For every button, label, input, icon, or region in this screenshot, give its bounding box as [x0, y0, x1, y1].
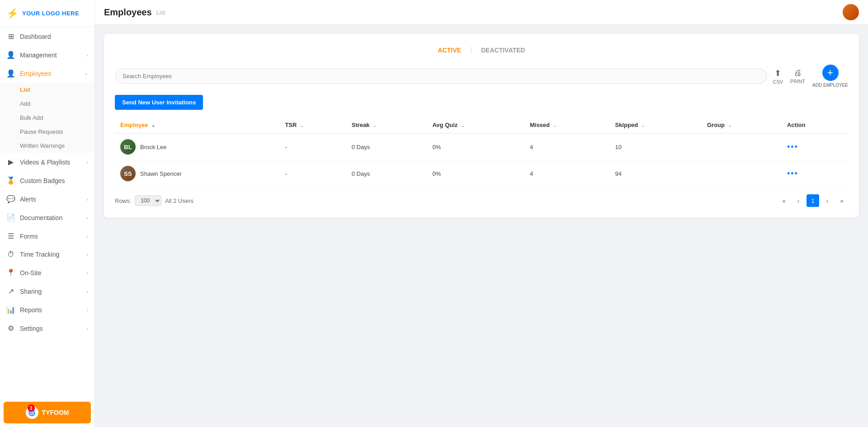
- employees-table: Employee ▲ TSR ⌄ Streak ⌄ Avg Quiz: [115, 117, 848, 187]
- cell-employee: BL Brock Lee: [115, 133, 279, 160]
- cell-group: [702, 160, 782, 187]
- table-row: SS Shawn Spencer - 0 Days 0% 4 94 •••: [115, 160, 848, 187]
- sort-icon: ⌄: [373, 123, 376, 128]
- cell-group: [702, 133, 782, 160]
- col-header-group[interactable]: Group ⌄: [702, 117, 782, 133]
- csv-icon: ⬆: [774, 68, 781, 78]
- submenu-item-list[interactable]: List: [0, 83, 94, 97]
- search-input[interactable]: [115, 69, 767, 84]
- forms-icon: ☰: [6, 232, 15, 240]
- add-employee-label: ADD EMPLOYEE: [812, 83, 848, 88]
- sidebar-item-settings[interactable]: ⚙ Settings ›: [0, 319, 94, 338]
- logo-area: ⚡ YOUR LOGO HERE: [0, 0, 94, 27]
- col-header-missed[interactable]: Missed ⌄: [524, 117, 610, 133]
- page-last-button[interactable]: »: [835, 194, 848, 207]
- cell-avg-quiz: 0%: [427, 133, 524, 160]
- action-menu-button[interactable]: •••: [787, 169, 798, 178]
- sidebar: ⚡ YOUR LOGO HERE ⊞ Dashboard 👤 Managemen…: [0, 0, 95, 427]
- col-header-streak[interactable]: Streak ⌄: [346, 117, 427, 133]
- submenu-item-bulk-add[interactable]: Bulk Add: [0, 111, 94, 125]
- col-header-employee[interactable]: Employee ▲: [115, 117, 279, 133]
- table-header: Employee ▲ TSR ⌄ Streak ⌄ Avg Quiz: [115, 117, 848, 133]
- sidebar-item-time-tracking[interactable]: ⏱ Time Tracking ›: [0, 245, 94, 263]
- sidebar-item-dashboard[interactable]: ⊞ Dashboard: [0, 27, 94, 46]
- dashboard-icon: ⊞: [6, 32, 15, 41]
- action-menu-button[interactable]: •••: [787, 142, 798, 151]
- sidebar-item-management[interactable]: 👤 Management ›: [0, 46, 94, 64]
- cell-avg-quiz: 0%: [427, 160, 524, 187]
- employees-submenu: List Add Bulk Add Pause Requests Written…: [0, 83, 94, 153]
- sidebar-item-employees[interactable]: 👤 Employees ⌄: [0, 64, 94, 83]
- sidebar-item-custom-badges[interactable]: 🏅 Custom Badges: [0, 171, 94, 190]
- sidebar-item-alerts[interactable]: 💬 Alerts ›: [0, 190, 94, 208]
- sidebar-item-label: Reports: [20, 306, 82, 314]
- chevron-right-icon: ›: [86, 326, 88, 331]
- chevron-right-icon: ›: [86, 234, 88, 239]
- cell-streak: 0 Days: [346, 160, 427, 187]
- print-button[interactable]: 🖨 PRINT: [790, 68, 805, 84]
- sidebar-item-label: Custom Badges: [20, 177, 88, 184]
- sidebar-item-forms[interactable]: ☰ Forms ›: [0, 227, 94, 245]
- col-header-action: Action: [782, 117, 848, 133]
- employee-name[interactable]: Brock Lee: [140, 144, 167, 150]
- cell-skipped: 94: [610, 160, 702, 187]
- chevron-right-icon: ›: [86, 197, 88, 202]
- submenu-item-pause-requests[interactable]: Pause Requests: [0, 125, 94, 139]
- sidebar-item-videos[interactable]: ▶ Videos & Playlists ›: [0, 153, 94, 171]
- pagination: « ‹ 1 › »: [778, 194, 848, 207]
- chevron-right-icon: ›: [86, 270, 88, 276]
- sort-icon: ⌄: [300, 123, 303, 128]
- on-site-icon: 📍: [6, 268, 15, 277]
- page-first-button[interactable]: «: [778, 194, 790, 207]
- user-avatar[interactable]: [843, 4, 859, 20]
- sidebar-item-label: Alerts: [20, 196, 82, 203]
- documentation-icon: 📄: [6, 213, 15, 222]
- table-row: BL Brock Lee - 0 Days 0% 4 10 •••: [115, 133, 848, 160]
- chevron-down-icon: ⌄: [84, 70, 88, 76]
- sort-icon: ⌄: [553, 123, 557, 128]
- invite-button[interactable]: Send New User Invitations: [115, 95, 203, 110]
- chevron-right-icon: ›: [86, 52, 88, 58]
- col-header-tsr[interactable]: TSR ⌄: [279, 117, 346, 133]
- invite-area: Send New User Invitations: [115, 95, 848, 110]
- sidebar-item-label: Sharing: [20, 288, 82, 295]
- csv-button[interactable]: ⬆ CSV: [773, 68, 783, 84]
- rows-select[interactable]: 100 25 50: [135, 195, 161, 206]
- employee-name[interactable]: Shawn Spencer: [140, 170, 182, 177]
- tyfoom-label: TYFOOM: [42, 409, 69, 416]
- employees-card: ACTIVE | DEACTIVATED ⬆ CSV 🖨 PRINT: [104, 34, 859, 218]
- rows-selector: Rows: 100 25 50 All 2 Users: [115, 195, 193, 206]
- page-subtitle: List: [156, 9, 165, 16]
- col-header-avg-quiz[interactable]: Avg Quiz ⌄: [427, 117, 524, 133]
- rows-label: Rows:: [115, 197, 131, 204]
- page-prev-button[interactable]: ‹: [792, 194, 805, 207]
- tab-deactivated[interactable]: DEACTIVATED: [481, 45, 525, 56]
- sort-icon: ⌄: [461, 123, 464, 128]
- cell-streak: 0 Days: [346, 133, 427, 160]
- sidebar-item-on-site[interactable]: 📍 On-Site ›: [0, 263, 94, 282]
- sort-icon: ⌄: [728, 123, 731, 128]
- tab-divider: |: [470, 46, 472, 54]
- submenu-item-add[interactable]: Add: [0, 97, 94, 111]
- tyfoom-icon-wrapper: 🌀 3: [26, 406, 38, 419]
- tyfoom-button[interactable]: 🌀 3 TYFOOM: [4, 402, 91, 423]
- tab-active[interactable]: ACTIVE: [438, 45, 461, 56]
- cell-skipped: 10: [610, 133, 702, 160]
- sidebar-item-sharing[interactable]: ↗ Sharing ›: [0, 282, 94, 300]
- page-1-button[interactable]: 1: [807, 194, 819, 207]
- add-employee-wrapper: + ADD EMPLOYEE: [812, 65, 848, 88]
- total-users-label: All 2 Users: [165, 197, 193, 204]
- employees-icon: 👤: [6, 69, 15, 78]
- col-header-skipped[interactable]: Skipped ⌄: [610, 117, 702, 133]
- reports-icon: 📊: [6, 305, 15, 314]
- sidebar-item-reports[interactable]: 📊 Reports ›: [0, 300, 94, 319]
- page-next-button[interactable]: ›: [821, 194, 834, 207]
- page-title: Employees: [104, 7, 152, 18]
- sidebar-item-label: Dashboard: [20, 33, 88, 40]
- add-employee-button[interactable]: +: [822, 65, 839, 81]
- sidebar-bottom: 🌀 3 TYFOOM: [0, 398, 94, 427]
- submenu-item-written-warnings[interactable]: Written Warnings: [0, 139, 94, 153]
- sidebar-item-label: Management: [20, 52, 82, 59]
- sidebar-item-documentation[interactable]: 📄 Documentation ›: [0, 208, 94, 227]
- page-title-area: Employees List: [104, 7, 165, 18]
